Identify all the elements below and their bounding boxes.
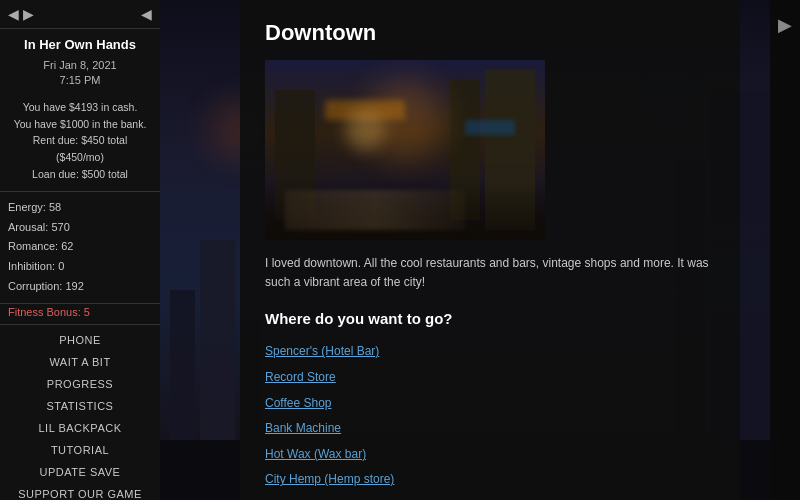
nav-buttons: PHONEWAIT A BITPROGRESSSTATISTICSLIL BAC… bbox=[0, 325, 160, 500]
datetime: Fri Jan 8, 2021 7:15 PM bbox=[0, 56, 160, 95]
destination-link-0[interactable]: Spencer's (Hotel Bar) bbox=[265, 339, 715, 365]
time-label: 7:15 PM bbox=[6, 73, 154, 88]
rent-label: Rent due: $450 total bbox=[6, 132, 154, 149]
location-image bbox=[265, 60, 545, 240]
nav-button-tutorial[interactable]: TUTORIAL bbox=[0, 439, 160, 461]
romance-stat: Romance: 62 bbox=[8, 237, 152, 257]
date-label: Fri Jan 8, 2021 bbox=[6, 58, 154, 73]
loan-label: Loan due: $500 total bbox=[6, 166, 154, 183]
stats-section: Energy: 58 Arousal: 570 Romance: 62 Inhi… bbox=[0, 192, 160, 304]
right-expand-icon[interactable]: ▶ bbox=[774, 10, 796, 40]
destination-link-3[interactable]: Bank Machine bbox=[265, 416, 715, 442]
sidebar: ◀ ▶ ◀ In Her Own Hands Fri Jan 8, 2021 7… bbox=[0, 0, 160, 500]
nav-button-update-save[interactable]: UPDATE SAVE bbox=[0, 461, 160, 483]
destination-link-6[interactable]: SUGAR (Sex toy shop) bbox=[265, 493, 715, 500]
destination-link-4[interactable]: Hot Wax (Wax bar) bbox=[265, 442, 715, 468]
destinations-list: Spencer's (Hotel Bar)Record StoreCoffee … bbox=[265, 339, 715, 500]
back-arrow-icon[interactable]: ◀ bbox=[8, 6, 19, 22]
finance-info: You have $4193 in cash. You have $1000 i… bbox=[0, 95, 160, 192]
rent-monthly-label: ($450/mo) bbox=[6, 149, 154, 166]
nav-button-phone[interactable]: PHONE bbox=[0, 329, 160, 351]
main-area: Downtown I loved down bbox=[160, 0, 770, 500]
sidebar-header: ◀ ▶ ◀ bbox=[0, 0, 160, 29]
destination-link-1[interactable]: Record Store bbox=[265, 365, 715, 391]
cash-label: You have $4193 in cash. bbox=[6, 99, 154, 116]
right-edge-panel: ▶ bbox=[770, 0, 800, 500]
nav-button-lil-backpack[interactable]: LIL BACKPACK bbox=[0, 417, 160, 439]
arousal-stat: Arousal: 570 bbox=[8, 218, 152, 238]
destination-link-2[interactable]: Coffee Shop bbox=[265, 391, 715, 417]
nav-button-support-our-game[interactable]: SUPPORT OUR GAME bbox=[0, 483, 160, 500]
where-to-go-heading: Where do you want to go? bbox=[265, 310, 715, 327]
destination-link-5[interactable]: City Hemp (Hemp store) bbox=[265, 467, 715, 493]
location-description: I loved downtown. All the cool restauran… bbox=[265, 254, 715, 292]
nav-button-statistics[interactable]: STATISTICS bbox=[0, 395, 160, 417]
nav-button-wait-a-bit[interactable]: WAIT A BIT bbox=[0, 351, 160, 373]
corruption-stat: Corruption: 192 bbox=[8, 277, 152, 297]
energy-stat: Energy: 58 bbox=[8, 198, 152, 218]
location-title: Downtown bbox=[265, 20, 715, 46]
forward-arrow-icon[interactable]: ▶ bbox=[23, 6, 34, 22]
content-panel: Downtown I loved down bbox=[240, 0, 740, 500]
game-title: In Her Own Hands bbox=[0, 29, 160, 56]
fitness-bonus: Fitness Bonus: 5 bbox=[0, 304, 160, 325]
nav-arrows: ◀ ▶ bbox=[8, 6, 34, 22]
collapse-sidebar-button[interactable]: ◀ bbox=[141, 6, 152, 22]
nav-button-progress[interactable]: PROGRESS bbox=[0, 373, 160, 395]
bank-label: You have $1000 in the bank. bbox=[6, 116, 154, 133]
inhibition-stat: Inhibition: 0 bbox=[8, 257, 152, 277]
